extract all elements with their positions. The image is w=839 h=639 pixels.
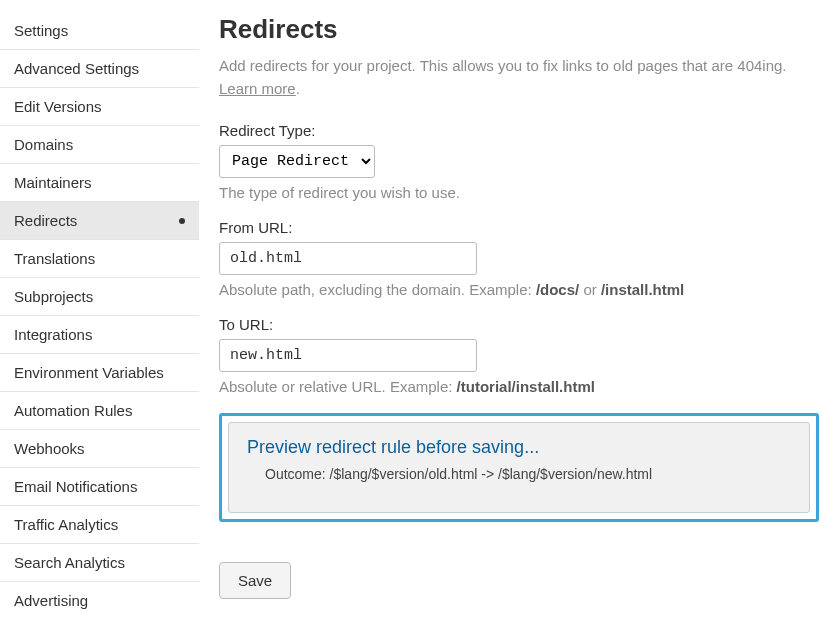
- sidebar-item-label: Subprojects: [14, 288, 93, 305]
- learn-more-link[interactable]: Learn more: [219, 80, 296, 97]
- preview-title: Preview redirect rule before saving...: [247, 437, 791, 458]
- sidebar-item-label: Edit Versions: [14, 98, 102, 115]
- sidebar-item-label: Redirects: [14, 212, 77, 229]
- sidebar-item-label: Settings: [14, 22, 68, 39]
- redirect-type-select[interactable]: Page Redirect: [219, 145, 375, 178]
- intro-post: .: [296, 80, 300, 97]
- from-url-help-ex1: /docs/: [536, 281, 579, 298]
- sidebar-item-label: Email Notifications: [14, 478, 137, 495]
- sidebar-item-advertising[interactable]: Advertising: [0, 582, 199, 619]
- from-url-label: From URL:: [219, 219, 819, 236]
- sidebar-item-traffic-analytics[interactable]: Traffic Analytics: [0, 506, 199, 544]
- sidebar-item-translations[interactable]: Translations: [0, 240, 199, 278]
- to-url-help: Absolute or relative URL. Example: /tuto…: [219, 378, 819, 395]
- sidebar-item-label: Integrations: [14, 326, 92, 343]
- sidebar-item-label: Environment Variables: [14, 364, 164, 381]
- from-url-help: Absolute path, excluding the domain. Exa…: [219, 281, 819, 298]
- preview-box: Preview redirect rule before saving... O…: [228, 422, 810, 513]
- save-button[interactable]: Save: [219, 562, 291, 599]
- sidebar-item-integrations[interactable]: Integrations: [0, 316, 199, 354]
- sidebar-item-label: Webhooks: [14, 440, 85, 457]
- redirect-type-help: The type of redirect you wish to use.: [219, 184, 819, 201]
- sidebar-item-label: Maintainers: [14, 174, 92, 191]
- intro-pre: Add redirects for your project. This all…: [219, 57, 787, 74]
- sidebar-item-email-notifications[interactable]: Email Notifications: [0, 468, 199, 506]
- preview-highlight: Preview redirect rule before saving... O…: [219, 413, 819, 522]
- page-title: Redirects: [219, 14, 819, 45]
- intro-text: Add redirects for your project. This all…: [219, 55, 819, 100]
- sidebar-item-environment-variables[interactable]: Environment Variables: [0, 354, 199, 392]
- sidebar-item-label: Traffic Analytics: [14, 516, 118, 533]
- sidebar-item-label: Translations: [14, 250, 95, 267]
- sidebar-item-subprojects[interactable]: Subprojects: [0, 278, 199, 316]
- sidebar-item-advanced-settings[interactable]: Advanced Settings: [0, 50, 199, 88]
- sidebar-item-label: Automation Rules: [14, 402, 132, 419]
- active-dot-icon: [179, 218, 185, 224]
- to-url-help-ex: /tutorial/install.html: [457, 378, 595, 395]
- sidebar-item-label: Search Analytics: [14, 554, 125, 571]
- sidebar-item-redirects[interactable]: Redirects: [0, 202, 199, 240]
- sidebar-item-search-analytics[interactable]: Search Analytics: [0, 544, 199, 582]
- redirect-type-label: Redirect Type:: [219, 122, 819, 139]
- to-url-label: To URL:: [219, 316, 819, 333]
- to-url-help-pre: Absolute or relative URL. Example:: [219, 378, 457, 395]
- sidebar-item-webhooks[interactable]: Webhooks: [0, 430, 199, 468]
- from-url-help-mid: or: [579, 281, 601, 298]
- sidebar-item-settings[interactable]: Settings: [0, 12, 199, 50]
- sidebar-item-label: Advanced Settings: [14, 60, 139, 77]
- sidebar-item-automation-rules[interactable]: Automation Rules: [0, 392, 199, 430]
- sidebar-item-maintainers[interactable]: Maintainers: [0, 164, 199, 202]
- from-url-help-ex2: /install.html: [601, 281, 684, 298]
- sidebar-item-label: Advertising: [14, 592, 88, 609]
- to-url-input[interactable]: [219, 339, 477, 372]
- from-url-help-pre: Absolute path, excluding the domain. Exa…: [219, 281, 536, 298]
- sidebar-item-edit-versions[interactable]: Edit Versions: [0, 88, 199, 126]
- main-content: Redirects Add redirects for your project…: [199, 0, 839, 639]
- from-url-input[interactable]: [219, 242, 477, 275]
- sidebar: Settings Advanced Settings Edit Versions…: [0, 0, 199, 639]
- sidebar-item-label: Domains: [14, 136, 73, 153]
- preview-outcome: Outcome: /$lang/$version/old.html -> /$l…: [247, 466, 791, 482]
- sidebar-item-domains[interactable]: Domains: [0, 126, 199, 164]
